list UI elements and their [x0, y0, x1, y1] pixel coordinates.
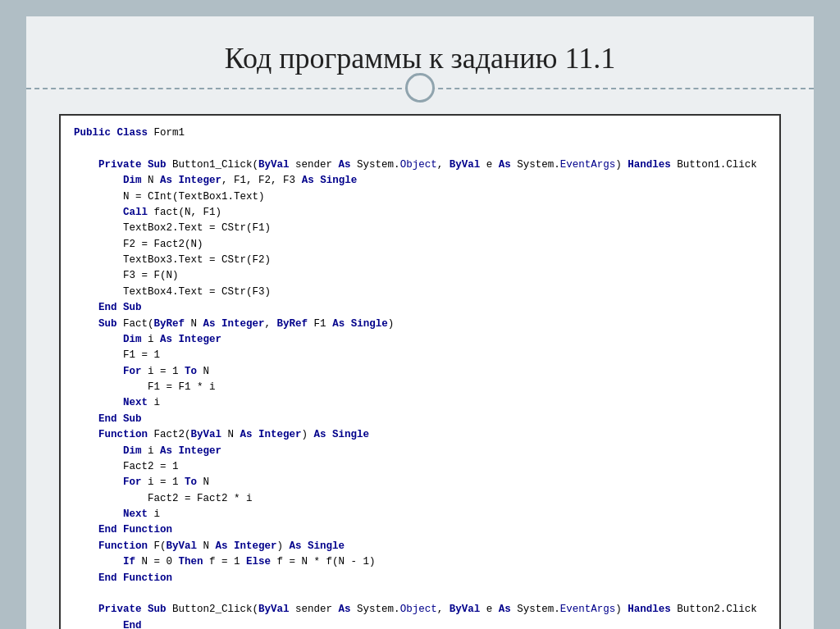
circle-connector — [405, 73, 435, 103]
title-area: Код программы к заданию 11.1 — [26, 16, 814, 89]
slide: Код программы к заданию 11.1 Public Clas… — [26, 16, 814, 629]
code-block: Public Class Form1 Private Sub Button1_C… — [59, 114, 781, 629]
slide-title: Код программы к заданию 11.1 — [43, 41, 797, 75]
content-area: Public Class Form1 Private Sub Button1_C… — [26, 89, 814, 629]
